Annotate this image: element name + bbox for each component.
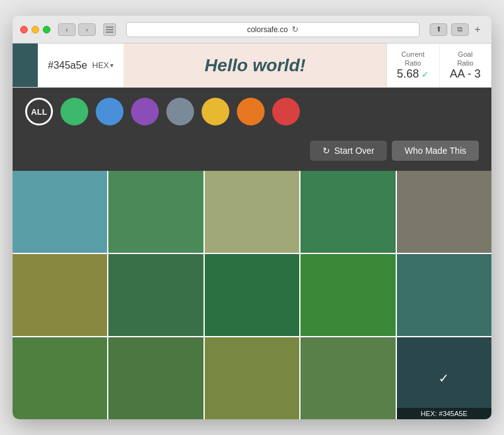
goal-ratio-value: AA - 3 [450,67,481,81]
preview-area: Hello world! [124,44,386,87]
window-icon [103,23,116,36]
url-text: colorsafe.co [247,25,288,34]
current-ratio-value: 5.68 ✓ [397,67,429,81]
tabs-button[interactable]: ⧉ [451,23,469,36]
selected-check-icon: ✓ [438,371,449,386]
ratio-area: CurrentRatio 5.68 ✓ GoalRatio AA - 3 [386,44,491,87]
color-cell[interactable] [301,171,395,253]
preview-text: Hello world! [205,55,306,76]
color-cell[interactable] [397,254,491,336]
color-grid: ✓HEX: #345A5E [13,171,491,419]
forward-button[interactable]: › [78,23,96,36]
color-circle-orange[interactable] [237,98,265,125]
color-circle-blue[interactable] [96,98,123,125]
color-cell[interactable] [108,337,203,419]
color-cell[interactable] [108,171,203,253]
palette-row: ALL [13,88,491,136]
app-content: #345a5e HEX ▾ Hello world! CurrentRatio … [13,44,491,419]
color-cell[interactable] [205,171,299,253]
svg-rect-1 [106,29,113,30]
hex-value: #345a5e [48,60,87,71]
color-cell[interactable] [205,254,299,336]
hex-input-area: #345a5e HEX ▾ [38,44,124,87]
color-circle-red[interactable] [272,98,300,125]
color-circle-yellow[interactable] [202,98,229,125]
minimize-button[interactable] [32,26,39,33]
title-bar: ‹ › colorsafe.co ↻ ⬆ ⧉ + [13,16,491,44]
who-made-label: Who Made This [404,146,466,156]
share-button[interactable]: ⬆ [430,23,447,36]
color-cell[interactable] [301,337,395,419]
hex-format-dropdown[interactable]: HEX ▾ [92,61,113,70]
traffic-lights [20,26,50,33]
start-over-icon: ↻ [323,146,330,156]
hex-format-label: HEX [92,61,109,70]
address-bar[interactable]: colorsafe.co ↻ [126,22,420,37]
start-over-label: Start Over [334,146,374,156]
selected-overlay: ✓ [397,337,491,419]
maximize-button[interactable] [43,26,50,33]
goal-ratio-label: GoalRatio [457,50,474,68]
close-button[interactable] [20,26,28,33]
svg-rect-2 [106,32,113,33]
color-circle-green[interactable] [60,98,88,125]
color-cell[interactable]: ✓HEX: #345A5E [397,337,491,419]
new-tab-button[interactable]: + [471,23,484,36]
color-cell[interactable] [13,337,107,419]
color-cell[interactable] [397,171,491,253]
color-circles [60,98,300,125]
ratio-check-icon: ✓ [421,69,429,79]
color-circle-purple[interactable] [131,98,159,125]
start-over-button[interactable]: ↻ Start Over [310,141,387,161]
selected-hex-label: HEX: #345A5E [397,408,491,419]
color-cell[interactable] [205,337,299,419]
color-cell[interactable] [108,254,203,336]
refresh-icon[interactable]: ↻ [292,25,299,34]
color-cell[interactable] [13,254,107,336]
browser-window: ‹ › colorsafe.co ↻ ⬆ ⧉ + #345a5e [13,16,491,419]
header-row: #345a5e HEX ▾ Hello world! CurrentRatio … [13,44,491,88]
toolbar-icons: ⬆ ⧉ [430,23,469,36]
nav-buttons: ‹ › [58,23,96,36]
back-button[interactable]: ‹ [58,23,76,36]
svg-rect-0 [106,26,113,28]
color-cell[interactable] [13,171,107,253]
goal-ratio-box: GoalRatio AA - 3 [440,44,491,87]
color-cell[interactable] [301,254,395,336]
chevron-down-icon: ▾ [110,62,113,69]
current-ratio-label: CurrentRatio [401,50,425,68]
action-row: ↻ Start Over Who Made This [13,136,491,171]
all-button[interactable]: ALL [25,98,53,125]
current-ratio-box: CurrentRatio 5.68 ✓ [387,44,440,87]
color-swatch [13,44,38,87]
color-circle-gray[interactable] [166,98,194,125]
who-made-this-button[interactable]: Who Made This [392,141,479,161]
